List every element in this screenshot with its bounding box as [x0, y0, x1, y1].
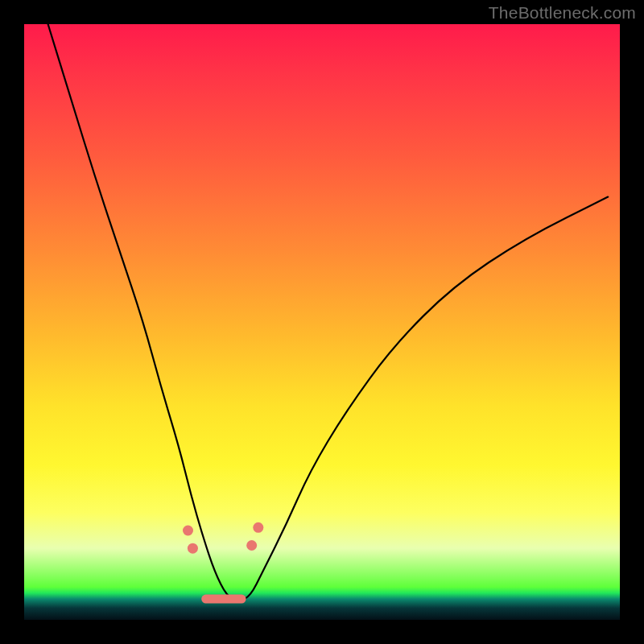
bottleneck-curve	[48, 24, 609, 601]
svg-point-2	[246, 540, 257, 551]
svg-point-0	[183, 526, 193, 536]
chart-frame: TheBottleneck.com	[0, 0, 644, 644]
curve-layer	[24, 24, 620, 620]
svg-point-3	[253, 522, 263, 533]
svg-point-1	[188, 543, 198, 554]
attribution-label: TheBottleneck.com	[489, 3, 636, 23]
plot-area	[24, 24, 620, 620]
